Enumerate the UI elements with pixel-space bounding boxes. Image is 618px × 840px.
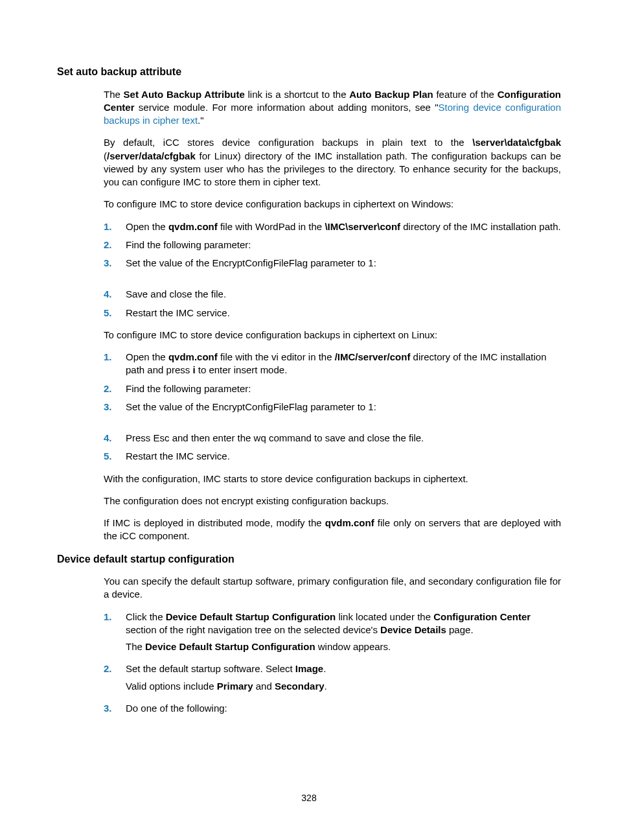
text: Open the [126, 221, 168, 232]
ordered-list-windows: 1. Open the qvdm.conf file with WordPad … [104, 220, 561, 320]
text: ." [198, 115, 204, 126]
text: Open the [126, 351, 168, 362]
paragraph: To configure IMC to store device configu… [104, 198, 561, 211]
list-number: 2. [104, 382, 126, 395]
list-item: 5. Restart the IMC service. [104, 307, 561, 320]
list-item: 5. Restart the IMC service. [104, 450, 561, 463]
list-item: 2. Find the following parameter: [104, 382, 561, 395]
paragraph: If IMC is deployed in distributed mode, … [104, 517, 561, 543]
text-bold: qvdm.conf [325, 517, 374, 528]
paragraph: The configuration does not encrypt exist… [104, 495, 561, 508]
list-item: 1. Open the qvdm.conf file with the vi e… [104, 351, 561, 377]
text-bold: Image [295, 663, 323, 674]
page-number: 328 [0, 792, 618, 804]
text: Valid options include [126, 681, 217, 692]
text: The [126, 641, 145, 652]
list-body: Open the qvdm.conf file with WordPad in … [126, 220, 561, 233]
text: file with WordPad in the [218, 221, 325, 232]
text: If IMC is deployed in distributed mode, … [104, 517, 325, 528]
text-bold: Secondary [275, 681, 325, 692]
list-number: 3. [104, 702, 126, 715]
list-item: 3. Set the value of the EncryptConfigFil… [104, 257, 561, 270]
paragraph: By default, iCC stores device configurat… [104, 136, 561, 189]
list-number: 3. [104, 257, 126, 270]
list-item: 2. Find the following parameter: [104, 239, 561, 251]
text: The [104, 89, 124, 100]
list-body: Set the value of the EncryptConfigFileFl… [126, 257, 561, 270]
text: file with the vi editor in the [218, 351, 335, 362]
ordered-list-startup: 1. Click the Device Default Startup Conf… [104, 611, 561, 716]
text-bold: Configuration Center [433, 611, 531, 622]
text-bold: qvdm.conf [168, 221, 218, 232]
text: to enter insert mode. [196, 364, 288, 375]
list-item: 1. Click the Device Default Startup Conf… [104, 611, 561, 654]
list-item: 4. Save and close the file. [104, 288, 561, 301]
text: window appears. [315, 641, 391, 652]
text: page. [446, 624, 474, 635]
list-body: Click the Device Default Startup Configu… [126, 611, 561, 654]
text: . [325, 681, 327, 692]
list-body: Find the following parameter: [126, 239, 561, 251]
text-bold: /IMC/server/conf [335, 351, 411, 362]
paragraph: With the configuration, IMC starts to st… [104, 472, 561, 485]
list-number: 1. [104, 611, 126, 654]
list-item: 2. Set the default startup software. Sel… [104, 662, 561, 693]
list-item: 3. Do one of the following: [104, 702, 561, 715]
list-body: Set the default startup software. Select… [126, 662, 561, 693]
text: directory of the IMC installation path. [400, 221, 561, 232]
list-number: 4. [104, 288, 126, 301]
text: . [323, 663, 326, 674]
text-bold: \server\data\cfgbak [472, 137, 561, 148]
list-number: 2. [104, 239, 126, 251]
text-bold: Device Default Startup Configuration [166, 611, 336, 622]
text: and [253, 681, 275, 692]
list-body: Do one of the following: [126, 702, 561, 715]
list-body: Set the value of the EncryptConfigFileFl… [126, 401, 561, 414]
paragraph: You can specify the default startup soft… [104, 575, 561, 601]
list-number: 2. [104, 662, 126, 693]
text: feature of the [433, 89, 498, 100]
sub-paragraph: Valid options include Primary and Second… [126, 680, 561, 693]
list-body: Save and close the file. [126, 288, 561, 301]
list-item: 1. Open the qvdm.conf file with WordPad … [104, 220, 561, 233]
list-number: 5. [104, 450, 126, 463]
text-bold: Auto Backup Plan [349, 89, 433, 100]
text: section of the right navigation tree on … [126, 624, 380, 635]
ordered-list-linux: 1. Open the qvdm.conf file with the vi e… [104, 351, 561, 463]
paragraph: To configure IMC to store device configu… [104, 329, 561, 342]
text-bold: Set Auto Backup Attribute [124, 89, 245, 100]
list-body: Restart the IMC service. [126, 307, 561, 320]
sub-paragraph: The Device Default Startup Configuration… [126, 640, 561, 653]
text: service module. For more information abo… [135, 102, 439, 113]
text: Click the [126, 611, 166, 622]
text-bold: Device Default Startup Configuration [145, 641, 315, 652]
list-number: 1. [104, 351, 126, 377]
text-bold: \IMC\server\conf [325, 221, 400, 232]
text: By default, iCC stores device configurat… [104, 137, 472, 148]
text: link is a shortcut to the [245, 89, 349, 100]
text: Set the default startup software. Select [126, 663, 295, 674]
list-number: 4. [104, 432, 126, 445]
text-bold: qvdm.conf [168, 351, 218, 362]
text-bold: Device Details [380, 624, 446, 635]
list-number: 5. [104, 307, 126, 320]
list-number: 3. [104, 401, 126, 414]
list-body: Open the qvdm.conf file with the vi edit… [126, 351, 561, 377]
list-item: 3. Set the value of the EncryptConfigFil… [104, 401, 561, 414]
text-bold: /server/data/cfgbak [107, 150, 196, 161]
paragraph: The Set Auto Backup Attribute link is a … [104, 88, 561, 128]
heading-set-auto-backup: Set auto backup attribute [57, 65, 561, 79]
text-bold: Primary [217, 681, 253, 692]
text: link located under the [336, 611, 433, 622]
list-body: Press Esc and then enter the wq command … [126, 432, 561, 445]
heading-device-default-startup: Device default startup configuration [57, 552, 561, 566]
list-body: Restart the IMC service. [126, 450, 561, 463]
list-item: 4. Press Esc and then enter the wq comma… [104, 432, 561, 445]
list-number: 1. [104, 220, 126, 233]
list-body: Find the following parameter: [126, 382, 561, 395]
